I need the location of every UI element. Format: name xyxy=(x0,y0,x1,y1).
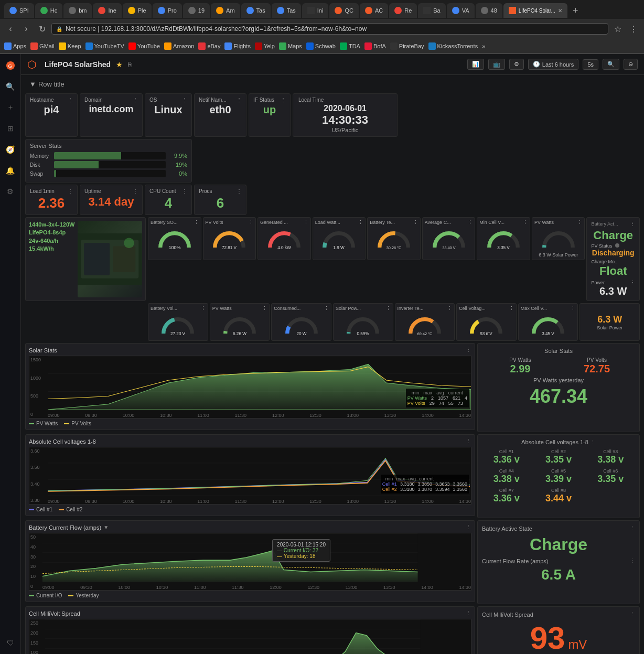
sidebar-icon-search[interactable]: 🔍 xyxy=(3,79,18,94)
datetime-time: 14:30:33 xyxy=(322,113,368,127)
tab-tas2[interactable]: Tas xyxy=(272,3,301,18)
tab-19[interactable]: 19 xyxy=(183,3,210,18)
netif-value: eth0 xyxy=(199,104,242,116)
battery-current-section: Battery Current Flow (amps) ▼ ⋮ 50403020… xyxy=(25,520,640,604)
gauge-pv-watts: PV Watts⋮ 6.3 W Solar Power xyxy=(532,217,585,260)
graph-type-button[interactable]: 📊 xyxy=(467,59,484,70)
row-title[interactable]: ▼ Row title xyxy=(25,78,640,90)
tab-va[interactable]: VA xyxy=(447,3,475,18)
current-flow-menu[interactable]: ⋮ xyxy=(629,557,635,564)
cpu-count-value: 4 xyxy=(149,195,187,211)
tab-bm[interactable]: bm xyxy=(63,3,92,18)
tab-ac[interactable]: AC xyxy=(360,3,388,18)
svg-text:69.42 °C: 69.42 °C xyxy=(417,331,432,336)
tab-ple[interactable]: Ple xyxy=(123,3,152,18)
battery-current-chart-area: 50403020100 xyxy=(29,533,471,591)
tv-mode-button[interactable]: 📺 xyxy=(488,59,505,70)
grafana-body: G 🔍 ＋ ⊞ 🧭 🔔 ⚙ 🛡 ? U ⬡ LifePO4 SolarShed … xyxy=(0,54,644,654)
tab-tas[interactable]: Tas xyxy=(241,3,271,18)
gauge-load-watts: Load Watt...⋮ 1.9 W xyxy=(313,217,366,260)
panel-cpu-count: CPU Count⋮ 4 xyxy=(145,185,192,215)
reload-button[interactable]: ↻ xyxy=(36,23,48,35)
solar-stats-section: Solar Stats ⋮ 150010005000 xyxy=(25,343,640,432)
cell-chart-menu[interactable]: ⋮ xyxy=(466,438,471,445)
tab-ini[interactable]: Ini xyxy=(302,3,329,18)
batt-state-menu[interactable]: ⋮ xyxy=(629,525,635,532)
settings-gear-button[interactable]: ⚙ xyxy=(509,59,524,70)
bookmark-apps[interactable]: Apps xyxy=(4,42,26,50)
bookmark-youtubetv[interactable]: YouTubeTV xyxy=(85,42,124,50)
solar-image xyxy=(78,221,142,297)
address-bar[interactable]: 🔒 Not secure | 192.168.1.3:3000/d/AzRdDt… xyxy=(51,23,608,35)
search-button[interactable]: 🔍 xyxy=(603,59,619,70)
bookmark-gmail[interactable]: GMail xyxy=(30,42,55,50)
svg-text:100%: 100% xyxy=(168,245,180,250)
pv-status-label: PV Status xyxy=(591,243,635,249)
tab-ine[interactable]: Ine xyxy=(93,3,121,18)
bookmark-amazon[interactable]: Amazon xyxy=(164,42,194,50)
sidebar-icon-alerting[interactable]: 🔔 xyxy=(3,163,18,178)
cell-voltages-section: Absolute Cell voltages 1-8 ⋮ 3.603.503.4… xyxy=(25,434,640,518)
settings-button[interactable]: ⋮ xyxy=(627,23,640,35)
gauge-average-c: Average C...⋮ 33.40 V xyxy=(422,217,476,260)
bookmark-maps[interactable]: Maps xyxy=(279,42,302,50)
bookmark-tda[interactable]: TDA xyxy=(340,42,360,50)
bookmark-piratebay[interactable]: PirateBay xyxy=(390,42,424,50)
bookmark-kickass[interactable]: KickassTorrents xyxy=(428,42,478,50)
panel-battery-act-top: Battery Act... ⋮ Charge PV Status Discha… xyxy=(586,217,640,301)
back-button[interactable]: ‹ xyxy=(4,23,17,35)
new-tab-button[interactable]: + xyxy=(568,5,583,16)
share-icon[interactable]: ⎘ xyxy=(128,61,132,68)
sidebar-icon-explore[interactable]: 🧭 xyxy=(3,142,18,157)
tab-lifepo4[interactable]: LifePO4 Solar...✕ xyxy=(503,3,567,18)
zoom-out-button[interactable]: ⊖ xyxy=(624,59,638,70)
svg-text:3.45 V: 3.45 V xyxy=(542,331,554,336)
cell-mv-menu[interactable]: ⋮ xyxy=(466,610,471,617)
cell-chart-legend: Cell #1 Cell #2 xyxy=(29,507,471,512)
current-flow-value: 6.5 A xyxy=(482,566,635,583)
cell-mv-right-menu[interactable]: ⋮ xyxy=(629,611,635,618)
tab-spi[interactable]: SPI xyxy=(4,3,34,18)
tab-ba[interactable]: Ba xyxy=(418,3,445,18)
svg-text:G: G xyxy=(8,63,12,69)
bookmark-schwab[interactable]: Schwab xyxy=(306,42,336,50)
bookmark-yelp[interactable]: Yelp xyxy=(255,42,275,50)
bookmark-more[interactable]: » xyxy=(482,43,485,49)
panel-hostname: Hostname⋮ pi4 xyxy=(25,93,78,137)
bookmark-flights[interactable]: Flights xyxy=(224,42,250,50)
gauge-max-cell-v: Max Cell V...⋮ 3.45 V xyxy=(518,303,578,341)
bookmark-keep[interactable]: Keep xyxy=(59,42,81,50)
chart-menu-icon[interactable]: ⋮ xyxy=(466,347,471,353)
refresh-button[interactable]: 5s xyxy=(583,59,598,70)
chart-stats: minmaxavgcurrent PV Watts210576214 PV Vo… xyxy=(406,389,469,408)
bookmark-ebay[interactable]: eBay xyxy=(198,42,220,50)
sidebar-icon-shield[interactable]: 🛡 xyxy=(3,636,18,650)
forward-button[interactable]: › xyxy=(20,23,33,35)
browser-tabs-bar: SPI Hc bm Ine Ple Pro 19 Am Tas Tas Ini … xyxy=(0,0,644,19)
sidebar-icon-config[interactable]: ⚙ xyxy=(3,184,18,199)
cell-grid: Cell #1 3.36 v Cell #2 3.35 v Cell #3 3.… xyxy=(482,449,635,504)
tab-qc[interactable]: QC xyxy=(329,3,359,18)
load1min-value: 2.36 xyxy=(30,195,73,211)
cell-6: Cell #6 3.35 v xyxy=(586,468,635,485)
tab-am[interactable]: Am xyxy=(211,3,240,18)
time-range-button[interactable]: 🕐 Last 6 hours xyxy=(528,59,579,70)
cell-8: Cell #8 3.44 v xyxy=(534,488,583,504)
sidebar-icon-add[interactable]: ＋ xyxy=(3,100,18,115)
panel-datetime: Local Time 2020-06-01 14:30:33 US/Pacifi… xyxy=(293,93,398,137)
charge-mode-label: Charge Mo... xyxy=(591,259,635,264)
tab-pro[interactable]: Pro xyxy=(153,3,182,18)
batt-chart-menu[interactable]: ⋮ xyxy=(466,524,471,531)
tab-re[interactable]: Re xyxy=(389,3,417,18)
svg-text:6.26 W: 6.26 W xyxy=(233,331,246,336)
hostname-value: pi4 xyxy=(30,104,73,116)
tab-hc[interactable]: Hc xyxy=(35,3,62,18)
bookmark-button[interactable]: ☆ xyxy=(611,23,624,35)
bookmark-youtube[interactable]: YouTube xyxy=(128,42,160,50)
sidebar-icon-dashboards[interactable]: ⊞ xyxy=(3,121,18,136)
cell-right-menu[interactable]: ⋮ xyxy=(590,439,596,445)
disk-bar-bg xyxy=(54,161,166,168)
favorite-icon[interactable]: ★ xyxy=(116,60,123,69)
bookmark-bofa[interactable]: BofA xyxy=(364,42,386,50)
tab-48[interactable]: 48 xyxy=(476,3,502,18)
